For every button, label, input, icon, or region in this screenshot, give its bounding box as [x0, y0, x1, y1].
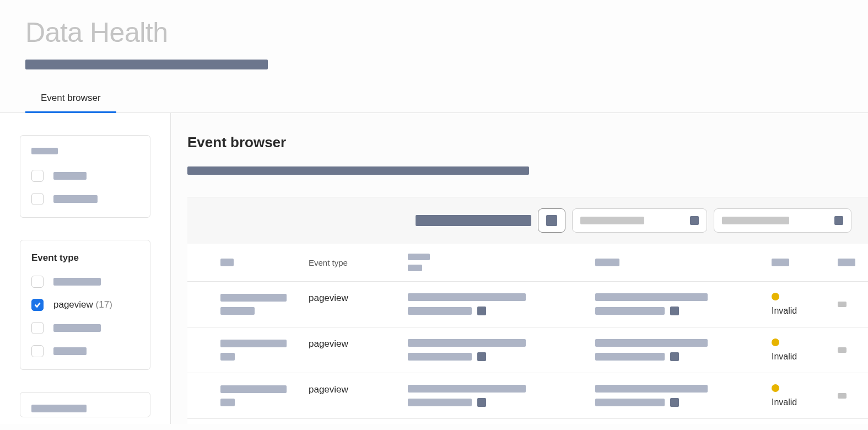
main-title: Event browser [187, 134, 868, 151]
table-row[interactable]: pageview [187, 419, 868, 424]
table-row[interactable]: pageview Invalid [187, 327, 868, 373]
select-value-placeholder [580, 217, 644, 224]
status-label: Invalid [772, 306, 797, 316]
filter-label-placeholder [31, 405, 87, 412]
cell-event-type: pageview [309, 338, 408, 350]
cell-placeholder [595, 385, 772, 407]
checkbox[interactable] [31, 345, 44, 357]
select-value-placeholder [722, 217, 789, 224]
copy-icon[interactable] [670, 398, 679, 407]
cell-status: Invalid [772, 293, 838, 316]
filter-card-1 [20, 135, 150, 218]
main-subtitle-placeholder [187, 166, 529, 175]
filter-label-placeholder [53, 324, 101, 332]
view-toggle-icon [546, 215, 557, 226]
table-header: Event type [187, 244, 868, 282]
chevron-down-icon [834, 216, 843, 225]
filter-row [31, 193, 139, 205]
copy-icon[interactable] [477, 398, 486, 407]
filter-card-title: Event type [31, 252, 139, 264]
checkbox[interactable] [31, 276, 44, 288]
cell-event-type: pageview [309, 384, 408, 395]
copy-icon[interactable] [670, 352, 679, 361]
copy-icon[interactable] [670, 307, 679, 315]
th-placeholder [595, 259, 619, 266]
tab-event-browser[interactable]: Event browser [25, 93, 116, 112]
cell-placeholder [220, 385, 309, 406]
event-table: Event type pageview [187, 244, 868, 424]
filter-title-placeholder [31, 148, 58, 154]
cell-placeholder [408, 293, 595, 315]
cell-placeholder [220, 294, 309, 315]
filter-card-3 [20, 392, 150, 417]
checkbox[interactable] [31, 193, 44, 205]
filter-label: pageview (17) [53, 299, 112, 310]
page-header: Data Health [0, 0, 868, 69]
th-placeholder [408, 254, 430, 260]
filter-label-placeholder [53, 195, 98, 203]
filter-row [31, 276, 139, 288]
filter-label-placeholder [53, 347, 87, 355]
table-row[interactable]: pageview Invalid [187, 373, 868, 419]
checkbox[interactable] [31, 299, 44, 311]
filter-row [31, 170, 139, 182]
row-action-icon[interactable] [838, 347, 847, 353]
toolbar-select-2[interactable] [714, 208, 851, 233]
tabs: Event browser [0, 93, 868, 113]
cell-status: Invalid [772, 338, 838, 362]
cell-placeholder [595, 293, 772, 315]
toolbar-select-1[interactable] [572, 208, 707, 233]
row-action-icon[interactable] [838, 393, 847, 399]
th-event-type: Event type [309, 258, 408, 267]
status-dot-icon [772, 338, 779, 346]
tab-label: Event browser [41, 93, 101, 103]
filter-label-placeholder [53, 172, 87, 180]
status-label: Invalid [772, 352, 797, 362]
status-dot-icon [772, 384, 779, 392]
cell-placeholder [220, 340, 309, 361]
filter-row [31, 322, 139, 334]
sidebar: Event type pageview (17) [0, 113, 171, 424]
toolbar [187, 197, 868, 244]
filter-card-event-type: Event type pageview (17) [20, 240, 150, 370]
checkbox[interactable] [31, 322, 44, 334]
cell-status: Invalid [772, 384, 838, 407]
table-row[interactable]: pageview Invalid [187, 282, 868, 327]
copy-icon[interactable] [477, 352, 486, 361]
toolbar-label-placeholder [416, 215, 531, 226]
cell-event-type: pageview [309, 293, 408, 304]
copy-icon[interactable] [477, 307, 486, 315]
filter-count: (17) [96, 299, 112, 310]
th-placeholder [408, 265, 422, 271]
toolbar-view-toggle[interactable] [538, 208, 565, 233]
filter-label-placeholder [53, 278, 101, 286]
th-placeholder [220, 259, 234, 266]
filter-row [31, 345, 139, 357]
status-label: Invalid [772, 397, 797, 407]
status-dot-icon [772, 293, 779, 300]
th-placeholder [772, 259, 789, 266]
filter-row-pageview: pageview (17) [31, 299, 139, 311]
th-placeholder-stack [408, 254, 595, 271]
row-action-icon[interactable] [838, 302, 847, 307]
cell-placeholder [408, 385, 595, 407]
cell-placeholder [595, 339, 772, 361]
checkbox[interactable] [31, 170, 44, 182]
chevron-down-icon [690, 216, 699, 225]
th-placeholder [838, 259, 855, 266]
page-subtitle-placeholder [25, 60, 268, 69]
page-title: Data Health [25, 17, 868, 49]
main: Event browser Event type [171, 113, 868, 424]
cell-placeholder [408, 339, 595, 361]
